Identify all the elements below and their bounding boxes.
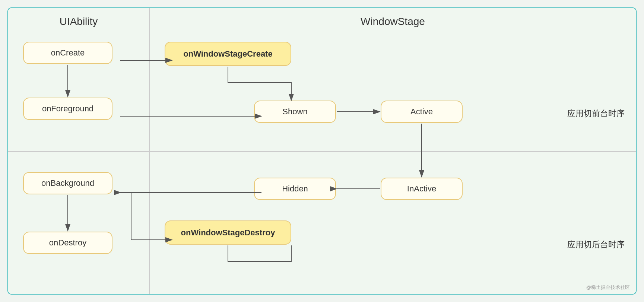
onWindowStageDestroy-node: onWindowStageDestroy <box>165 220 291 245</box>
shown-node: Shown <box>254 101 336 123</box>
windowstage-section: WindowStage onWindowStageCreate Shown Ac… <box>150 8 636 294</box>
windowstage-divider <box>150 151 636 152</box>
onCreate-node: onCreate <box>23 42 112 64</box>
onDestroy-node: onDestroy <box>23 232 112 254</box>
uiability-divider <box>8 151 149 152</box>
back-sequence-label: 应用切后台时序 <box>567 239 625 250</box>
onWindowStageCreate-node: onWindowStageCreate <box>165 42 291 66</box>
onForeground-node: onForeground <box>23 98 112 120</box>
onBackground-node: onBackground <box>23 172 112 194</box>
hidden-node: Hidden <box>254 178 336 200</box>
main-container: UIAbility onCreate onForeground onBackgr… <box>7 7 637 295</box>
inactive-node: InActive <box>381 178 463 200</box>
windowstage-title: WindowStage <box>150 8 636 35</box>
uiability-title: UIAbility <box>16 16 142 28</box>
active-node: Active <box>381 101 463 123</box>
front-sequence-label: 应用切前台时序 <box>567 108 625 119</box>
uiability-section: UIAbility onCreate onForeground onBackgr… <box>8 8 150 294</box>
watermark: @稀土掘金技术社区 <box>586 284 630 291</box>
